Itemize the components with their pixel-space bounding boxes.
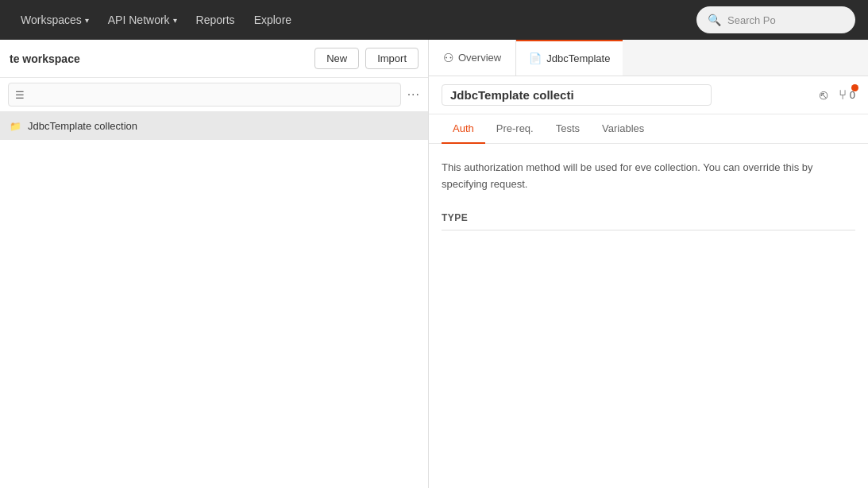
- action-icons: ⎋ ⑂ 0: [820, 87, 855, 103]
- tab-variables[interactable]: Variables: [591, 114, 655, 144]
- workspaces-chevron-icon: ▾: [85, 16, 89, 25]
- nav-workspaces[interactable]: Workspaces ▾: [13, 9, 97, 31]
- tab-overview[interactable]: ⚇ Overview: [429, 40, 516, 76]
- sidebar-toolbar: ☰ ···: [0, 78, 428, 112]
- left-sidebar: te workspace New Import ☰ ··· 📁 JdbcTemp…: [0, 40, 429, 488]
- nav-explore-label: Explore: [254, 14, 291, 26]
- type-divider: [442, 230, 855, 230]
- collection-icon: 📁: [10, 121, 21, 132]
- filter-input[interactable]: ☰: [8, 83, 401, 107]
- tab-auth[interactable]: Auth: [442, 114, 485, 144]
- collection-header: ⎋ ⑂ 0: [429, 76, 868, 114]
- top-navigation: Workspaces ▾ API Network ▾ Reports Explo…: [0, 0, 868, 40]
- search-placeholder-text: Search Po: [727, 14, 776, 26]
- nav-api-network[interactable]: API Network ▾: [100, 9, 185, 31]
- tab-pre-req[interactable]: Pre-req.: [485, 114, 545, 144]
- tab-jdbc-label: JdbcTemplate: [546, 52, 610, 64]
- filter-icon: ☰: [15, 89, 25, 101]
- tab-tests[interactable]: Tests: [545, 114, 591, 144]
- workspace-title: te workspace: [10, 52, 80, 65]
- tabs-bar: ⚇ Overview 📄 JdbcTemplate: [429, 40, 868, 76]
- auth-description: This authorization method will be used f…: [442, 160, 855, 193]
- fork-badge: [851, 84, 858, 91]
- import-button[interactable]: Import: [365, 48, 419, 69]
- nav-reports[interactable]: Reports: [188, 9, 243, 31]
- right-content: ⚇ Overview 📄 JdbcTemplate ⎋ ⑂ 0: [429, 40, 868, 488]
- nav-explore[interactable]: Explore: [246, 9, 299, 31]
- type-label: Type: [442, 212, 855, 223]
- tab-overview-label: Overview: [458, 52, 501, 64]
- new-button[interactable]: New: [314, 48, 359, 69]
- share-icon[interactable]: ⎋: [820, 87, 827, 103]
- content-body: This authorization method will be used f…: [429, 144, 868, 488]
- search-icon: 🔍: [708, 14, 721, 26]
- tab-jdbc[interactable]: 📄 JdbcTemplate: [516, 40, 623, 76]
- search-box[interactable]: 🔍 Search Po: [696, 6, 855, 33]
- collection-item-label: JdbcTemplate collection: [28, 120, 137, 132]
- file-icon: 📄: [529, 52, 542, 64]
- list-item[interactable]: 📁 JdbcTemplate collection: [0, 112, 428, 140]
- inner-tabs: Auth Pre-req. Tests Variables: [429, 114, 868, 144]
- overview-icon: ⚇: [443, 51, 453, 65]
- api-network-chevron-icon: ▾: [173, 16, 177, 25]
- fork-container: ⑂ 0: [839, 87, 855, 103]
- nav-api-network-label: API Network: [108, 14, 170, 26]
- nav-reports-label: Reports: [196, 14, 235, 26]
- collection-name-input[interactable]: [442, 84, 712, 106]
- nav-workspaces-label: Workspaces: [21, 14, 82, 26]
- sidebar-header: te workspace New Import: [0, 40, 428, 78]
- main-layout: te workspace New Import ☰ ··· 📁 JdbcTemp…: [0, 40, 868, 488]
- header-buttons: New Import: [314, 48, 419, 69]
- more-options-button[interactable]: ···: [407, 87, 420, 102]
- fork-icon[interactable]: ⑂: [839, 87, 847, 103]
